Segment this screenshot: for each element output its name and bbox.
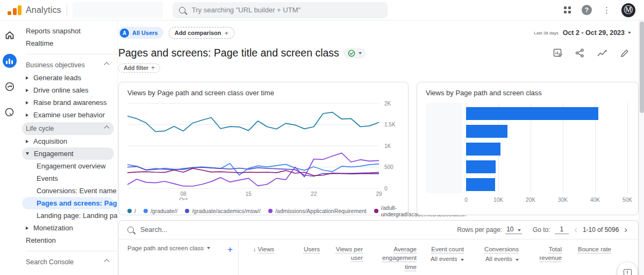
insights-icon[interactable] xyxy=(597,49,607,58)
chevron-down-icon xyxy=(359,52,362,54)
add-comparison-label: Add comparison xyxy=(175,30,221,36)
add-dimension-button[interactable]: + xyxy=(227,245,233,254)
svg-text:29: 29 xyxy=(376,191,382,197)
explore-icon[interactable] xyxy=(3,80,17,94)
sidebar-item-monetization[interactable]: Monetization xyxy=(22,222,114,234)
table-search-input[interactable] xyxy=(140,226,302,234)
plus-icon: + xyxy=(151,64,155,72)
goto-page-input[interactable]: 1 xyxy=(555,225,569,234)
prev-page-icon[interactable]: ‹ xyxy=(572,225,579,234)
advertising-icon[interactable] xyxy=(3,105,17,119)
bar-axis-tick: 40K xyxy=(590,197,600,203)
date-range-picker[interactable]: Last 28 days Oct 2 - Oct 29, 2023 xyxy=(534,29,631,37)
sidebar-item-realtime[interactable]: Realtime xyxy=(22,37,114,50)
bar-axis-tick: 10K xyxy=(493,197,503,203)
svg-text:Oct: Oct xyxy=(179,197,188,200)
sidebar-item-engagement-overview[interactable]: Engagement overview xyxy=(22,160,114,172)
sidebar-section-business-objectives[interactable]: Business objectives xyxy=(22,59,114,72)
chevron-down-icon xyxy=(628,32,631,34)
main-content: A All Users Add comparison + Last 28 day… xyxy=(118,20,639,275)
reports-icon[interactable] xyxy=(3,54,17,68)
add-filter-label: Add filter xyxy=(124,65,148,71)
scrollbar-thumb[interactable] xyxy=(640,22,644,113)
expand-arrow-icon[interactable] xyxy=(26,76,28,80)
add-comparison-button[interactable]: Add comparison + xyxy=(169,27,234,39)
svg-text:2K: 2K xyxy=(384,100,391,106)
customize-report-icon[interactable] xyxy=(553,48,562,58)
help-icon[interactable]: ? xyxy=(582,5,592,15)
home-icon[interactable] xyxy=(3,28,17,42)
page-title: Pages and screens: Page title and screen… xyxy=(118,47,339,59)
sidebar-item-drive-online-sales[interactable]: Drive online sales xyxy=(22,84,114,96)
brand-title: Analytics xyxy=(26,5,61,15)
sidebar-item-pages-and-screens-page-ti[interactable]: Pages and screens: Page ti... xyxy=(22,197,114,209)
expand-arrow-icon[interactable] xyxy=(26,227,28,230)
expand-arrow-icon[interactable] xyxy=(26,89,28,92)
bar-row-2 xyxy=(466,125,507,138)
share-icon[interactable] xyxy=(575,48,584,58)
column-header-average-engagement-time[interactable]: Average engagement time xyxy=(367,239,421,274)
metric-filter[interactable]: All events xyxy=(425,255,464,264)
chevron-down-icon xyxy=(518,229,521,231)
expand-arrow-icon[interactable] xyxy=(26,114,28,117)
column-header-users[interactable]: Users xyxy=(278,239,324,274)
add-filter-button[interactable]: Add filter + xyxy=(118,64,160,73)
sidebar-item-landing-page-landing-page[interactable]: Landing page: Landing page xyxy=(22,209,114,222)
column-header-event-count[interactable]: Event countAll events xyxy=(421,239,468,274)
column-header-total-revenue[interactable]: Total revenue xyxy=(523,239,566,274)
expand-arrow-icon[interactable] xyxy=(26,101,28,104)
svg-text:22: 22 xyxy=(311,191,317,197)
rows-per-page-select[interactable]: 10 xyxy=(505,225,522,234)
edit-pencil-icon[interactable] xyxy=(620,49,629,58)
sidebar-section-life-cycle[interactable]: Life cycle xyxy=(22,122,114,135)
sidebar-item-generate-leads[interactable]: Generate leads xyxy=(22,72,114,84)
kebab-menu-icon[interactable]: ⋮ xyxy=(603,6,611,14)
sidebar-section-search-console[interactable]: Search Console xyxy=(22,256,114,269)
avatar[interactable]: Ⓜ xyxy=(621,3,635,17)
legend-item-graduate: /graduate// xyxy=(144,208,177,214)
chevron-down-icon xyxy=(207,247,210,249)
column-header-bounce-rate[interactable]: Bounce rate xyxy=(566,239,616,274)
date-preset-label: Last 28 days xyxy=(534,31,558,36)
metric-filter[interactable]: All events xyxy=(473,255,519,264)
bar-plot: 010K20K30K40K50K xyxy=(426,103,627,193)
column-header-views[interactable]: ↓Views xyxy=(238,239,278,274)
legend-dot-icon xyxy=(127,209,132,213)
account-selector[interactable] xyxy=(73,2,163,18)
column-header-conversions[interactable]: ConversionsAll events xyxy=(468,239,523,274)
chart-legend: //graduate///graduate/academics/msw///ad… xyxy=(127,205,399,217)
svg-text:15: 15 xyxy=(246,191,252,197)
collapse-arrow-icon[interactable] xyxy=(26,152,29,155)
global-search-input[interactable] xyxy=(192,6,381,14)
dimension-select[interactable]: Page path and screen class xyxy=(127,245,204,251)
bar-labels-redacted xyxy=(426,103,462,193)
sidebar-item-retention[interactable]: Retention xyxy=(22,234,114,246)
sidebar-divider xyxy=(26,54,117,54)
expand-arrow-icon[interactable] xyxy=(26,140,28,143)
sidebar-divider xyxy=(26,251,117,251)
sidebar-item-conversions-event-name[interactable]: Conversions: Event name xyxy=(22,185,114,197)
icon-rail xyxy=(0,20,19,275)
legend-item-: / xyxy=(127,208,136,214)
table-toolbar: Rows per page: 10 Go to: 1 ‹ 1-10 of 509… xyxy=(119,221,638,239)
next-page-icon[interactable]: › xyxy=(622,225,629,234)
plus-icon: + xyxy=(225,29,229,37)
report-status-dropdown[interactable] xyxy=(344,48,366,59)
sidebar-item-examine-user-behavior[interactable]: Examine user behavior xyxy=(22,109,114,121)
sidebar-item-reports-snapshot[interactable]: Reports snapshot xyxy=(22,25,114,37)
chevron-up-icon xyxy=(104,125,110,131)
global-search[interactable] xyxy=(173,2,388,18)
column-divider xyxy=(238,239,239,275)
data-table-card: Rows per page: 10 Go to: 1 ‹ 1-10 of 509… xyxy=(118,220,639,275)
sidebar-item-engagement[interactable]: Engagement xyxy=(22,147,114,160)
sidebar-item-raise-brand-awareness[interactable]: Raise brand awareness xyxy=(22,96,114,109)
analytics-logo-icon[interactable] xyxy=(8,5,22,15)
all-users-chip[interactable]: A All Users xyxy=(118,27,163,39)
audience-initial-icon: A xyxy=(120,29,129,38)
bar-row-4 xyxy=(466,160,496,173)
sidebar-item-acquisition[interactable]: Acquisition xyxy=(22,135,114,147)
apps-grid-icon[interactable] xyxy=(564,6,571,13)
column-header-views-per-user[interactable]: Views per user xyxy=(324,239,367,274)
svg-text:0: 0 xyxy=(384,185,388,191)
sidebar-item-events[interactable]: Events xyxy=(22,172,114,185)
